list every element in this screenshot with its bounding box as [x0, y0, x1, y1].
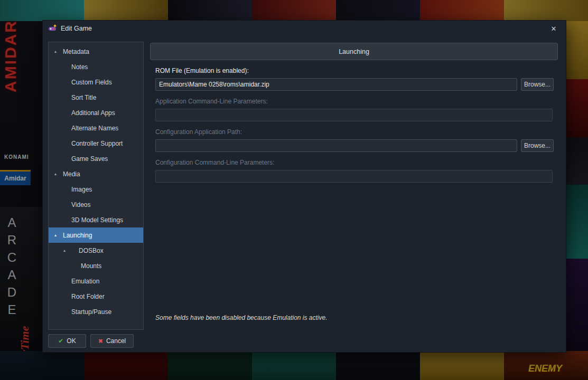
sidebar-item-label: 3D Model Settings	[49, 216, 123, 224]
sidebar-item-game-saves[interactable]: Game Saves	[49, 151, 143, 166]
sidebar-item-label: Emulation	[49, 278, 99, 285]
sidebar-item-controller-support[interactable]: Controller Support	[49, 136, 143, 151]
sidebar-item-additional-apps[interactable]: Additional Apps	[49, 105, 143, 120]
sidebar-item-media[interactable]: ▴ Media	[49, 166, 143, 182]
app-params-label: Application Command-Line Parameters:	[155, 98, 268, 105]
ok-button-label: OK	[67, 337, 76, 345]
close-icon[interactable]: ✕	[548, 23, 559, 34]
sidebar-item-label: Additional Apps	[49, 109, 115, 117]
sidebar-item-label: Sort Title	[49, 94, 96, 101]
cancel-button[interactable]: ✖ Cancel	[90, 334, 134, 348]
sidebar-item-label: Media	[49, 170, 80, 178]
disabled-fields-note: Some fields have been disabled because E…	[155, 314, 328, 321]
rom-browse-button[interactable]: Browse...	[521, 78, 554, 91]
sidebar-item-dosbox[interactable]: ▴ DOSBox	[49, 243, 143, 258]
rom-file-label: ROM File (Emulation is enabled):	[155, 67, 249, 74]
sidebar-item-3d-model-settings[interactable]: 3D Model Settings	[49, 212, 143, 227]
sidebar-item-label: Videos	[49, 201, 90, 208]
sidebar-item-label: Root Folder	[49, 293, 105, 300]
sidebar-item-sort-title[interactable]: Sort Title	[49, 90, 143, 105]
dialog-titlebar[interactable]: Edit Game ✕	[43, 21, 566, 36]
sidebar-item-metadata[interactable]: ▴ Metadata	[49, 44, 143, 59]
sidebar-item-notes[interactable]: Notes	[49, 59, 143, 74]
sidebar-item-images[interactable]: Images	[49, 182, 143, 197]
sidebar-item-label: Notes	[49, 63, 88, 71]
sidebar-item-launching[interactable]: ▴ Launching	[49, 227, 143, 243]
app-params-input	[155, 109, 553, 121]
cancel-button-label: Cancel	[106, 337, 126, 345]
rom-file-input[interactable]	[155, 78, 517, 91]
expander-icon[interactable]: ▴	[63, 248, 66, 253]
sidebar-item-label: Mounts	[49, 262, 101, 270]
sidebar-item-label: Custom Fields	[49, 79, 112, 86]
sidebar-item-label: Startup/Pause	[49, 308, 111, 316]
sidebar-item-label: Game Saves	[49, 155, 108, 163]
sidebar-item-label: Alternate Names	[49, 125, 118, 132]
config-path-browse-button[interactable]: Browse...	[521, 139, 554, 152]
sidebar-item-label: Images	[49, 186, 92, 193]
config-path-input[interactable]	[155, 139, 517, 152]
config-params-input	[155, 170, 553, 183]
edit-game-icon	[48, 24, 57, 33]
sidebar-item-mounts[interactable]: Mounts	[49, 258, 143, 273]
expander-icon[interactable]: ▴	[54, 172, 57, 176]
sidebar-item-label: DOSBox	[49, 247, 104, 254]
config-params-label: Configuration Command-Line Parameters:	[155, 159, 274, 166]
sidebar-item-custom-fields[interactable]: Custom Fields	[49, 74, 143, 90]
sidebar-item-startup-pause[interactable]: Startup/Pause	[49, 304, 143, 319]
ok-check-icon: ✔	[58, 337, 63, 345]
sidebar-item-root-folder[interactable]: Root Folder	[49, 289, 143, 304]
edit-game-dialog: Edit Game ✕ ▴ Metadata Notes Custom Fiel…	[42, 20, 566, 353]
ok-button[interactable]: ✔ OK	[48, 334, 86, 348]
sidebar-item-alternate-names[interactable]: Alternate Names	[49, 120, 143, 136]
sidebar-item-emulation[interactable]: Emulation	[49, 273, 143, 289]
cancel-x-icon: ✖	[98, 338, 103, 345]
dialog-title: Edit Game	[61, 25, 92, 32]
sidebar-item-videos[interactable]: Videos	[49, 197, 143, 212]
section-header: Launching	[150, 43, 558, 60]
sidebar-item-label: Controller Support	[49, 140, 123, 147]
config-path-label: Configuration Application Path:	[155, 128, 242, 136]
expander-icon[interactable]: ▴	[54, 49, 57, 54]
settings-tree: ▴ Metadata Notes Custom Fields Sort Titl…	[48, 42, 144, 330]
expander-icon[interactable]: ▴	[54, 233, 57, 238]
